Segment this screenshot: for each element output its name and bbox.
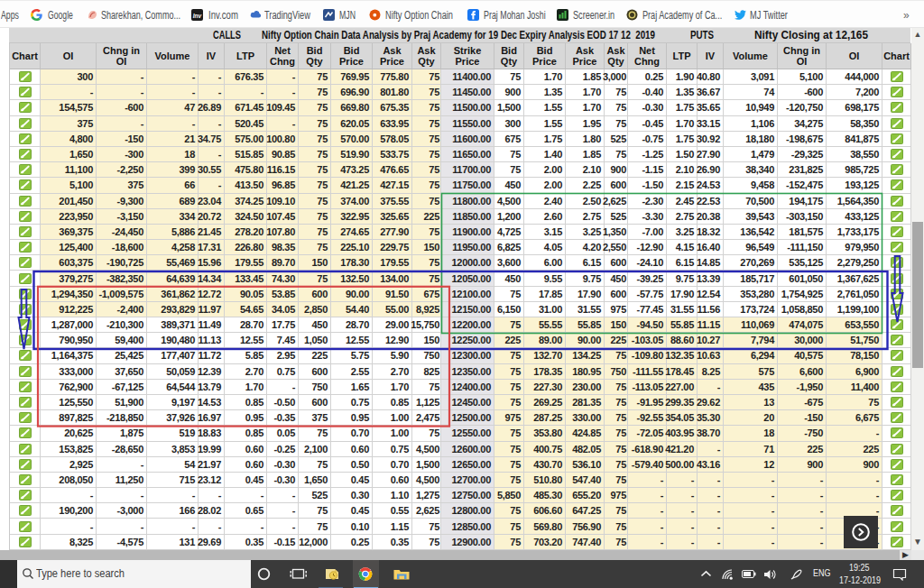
svg-text:Inv: Inv (193, 13, 202, 19)
